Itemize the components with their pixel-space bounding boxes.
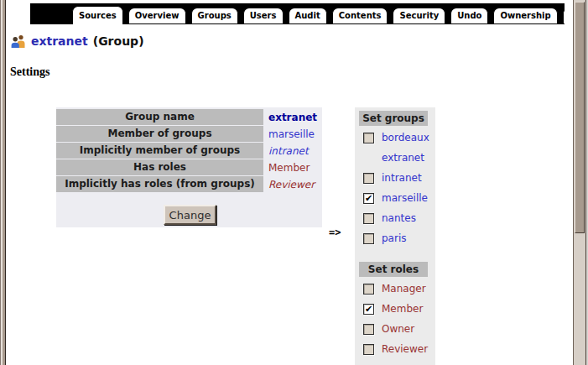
list-item: ✔Member [359,299,435,319]
set-roles-header: Set roles [359,262,428,277]
set-groups-options: bordeauxextranetintranet✔marseillenantes… [359,128,435,248]
row-value: extranet [263,112,317,123]
role-option-label: Manager [382,283,426,295]
checkbox-marseille[interactable]: ✔ [363,193,374,204]
settings-rows: Group nameextranetMember of groupsmarsei… [56,109,322,192]
checkbox-nantes[interactable] [363,213,374,224]
list-item: Manager [359,279,435,299]
checkbox-reviewer[interactable] [363,344,374,355]
role-option-label: Reviewer [382,343,428,355]
group-people-icon [11,34,26,48]
list-item: extranet [359,148,435,168]
tab-audit[interactable]: Audit [289,8,327,23]
tab-security[interactable]: Security [393,8,445,23]
checkbox-manager[interactable] [363,284,374,295]
row-value[interactable]: marseille [263,128,315,140]
tab-ownership[interactable]: Ownership [493,8,557,23]
list-item: nantes [359,208,435,228]
role-option-label: Member [382,303,423,315]
set-roles-options: Manager✔MemberOwnerReviewer [359,279,435,359]
change-button[interactable]: Change [164,205,216,225]
tab-sources[interactable]: Sources [72,6,123,24]
row-label: Implicitly has roles (from groups) [56,176,263,192]
checkbox-member[interactable]: ✔ [363,304,374,315]
group-option-label[interactable]: extranet [382,152,424,164]
group-title: extranet [31,34,88,48]
group-title-suffix: (Group) [93,34,144,48]
row-value: Member [263,162,310,174]
tab-undo[interactable]: Undo [450,8,488,23]
group-option-label[interactable]: bordeaux [382,132,429,143]
table-row: Member of groupsmarseille [56,126,322,142]
section-title: Settings [10,65,49,79]
page-title: extranet (Group) [11,34,144,48]
list-item: bordeaux [359,128,435,148]
group-option-label[interactable]: marseille [382,192,428,204]
table-row: Implicitly has roles (from groups)Review… [56,176,322,192]
group-option-label[interactable]: paris [382,232,407,244]
table-row: Implicitly member of groupsintranet [56,143,322,159]
window-left-border [0,0,6,365]
group-option-label[interactable]: nantes [382,212,416,224]
list-item: intranet [359,168,435,188]
tab-doc[interactable]: Doc [563,8,565,23]
scrollbar-thumb[interactable] [575,2,585,233]
table-row: Group nameextranet [56,109,322,125]
tab-users[interactable]: Users [243,8,284,23]
checkbox-intranet[interactable] [363,173,374,184]
checkbox-bordeaux[interactable] [363,133,374,143]
list-item: Reviewer [359,339,435,359]
table-row: Has rolesMember [56,159,322,175]
membership-panel: Set groups bordeauxextranetintranet✔mars… [355,107,435,365]
row-label: Group name [56,109,263,125]
checkbox-spacer [363,153,374,164]
set-groups-header: Set groups [359,111,428,126]
tab-groups[interactable]: Groups [191,8,238,23]
row-label: Has roles [56,159,263,175]
tab-overview[interactable]: Overview [128,8,186,23]
row-value[interactable]: intranet [263,145,309,157]
tab-contents[interactable]: Contents [332,8,388,23]
row-label: Implicitly member of groups [56,143,263,159]
group-option-label[interactable]: intranet [382,172,422,184]
row-value: Reviewer [263,179,315,190]
list-item: paris [359,228,435,248]
role-option-label: Owner [382,323,414,335]
maps-to-arrow: => [329,227,341,238]
checkbox-owner[interactable] [363,324,374,335]
checkbox-paris[interactable] [363,233,374,244]
list-item: Owner [359,319,435,339]
vertical-scrollbar-track[interactable] [573,0,585,365]
row-label: Member of groups [56,126,263,142]
tab-bar: SourcesOverviewGroupsUsersAuditContentsS… [30,3,565,24]
list-item: ✔marseille [359,188,435,208]
settings-table: Group nameextranetMember of groupsmarsei… [56,107,322,227]
